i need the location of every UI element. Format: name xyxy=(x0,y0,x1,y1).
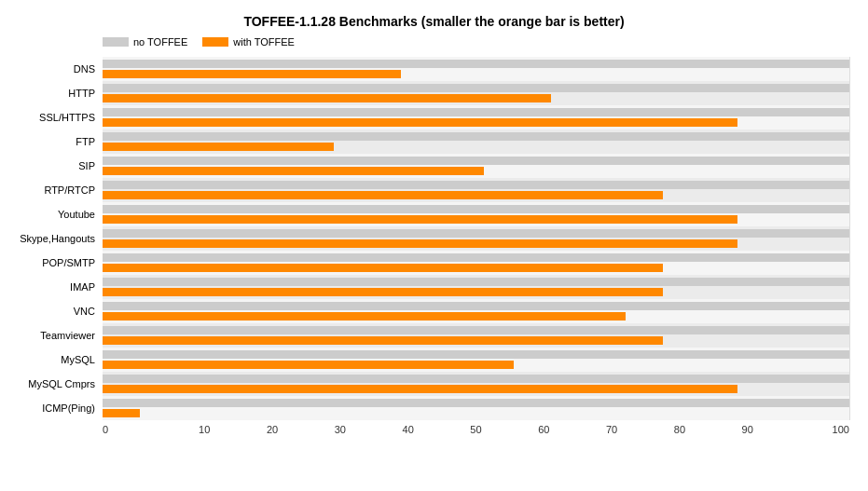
bar-no-toffee xyxy=(103,132,849,141)
bar-no-toffee xyxy=(103,375,849,383)
bar-no-toffee xyxy=(103,181,849,189)
y-label: HTTP xyxy=(19,81,103,105)
bar-no-toffee xyxy=(103,84,849,92)
x-axis-label: 60 xyxy=(510,424,578,435)
y-label: POP/SMTP xyxy=(19,251,103,275)
bar-no-toffee xyxy=(103,253,849,262)
bar-group xyxy=(103,348,849,372)
bar-group xyxy=(103,154,849,178)
bar-no-toffee xyxy=(103,157,849,165)
bar-with-toffee xyxy=(103,239,737,248)
bar-no-toffee xyxy=(103,350,849,359)
bar-with-toffee xyxy=(103,288,663,296)
bar-no-toffee xyxy=(103,278,849,286)
x-axis-label: 70 xyxy=(578,424,646,435)
y-label: MySQL xyxy=(19,348,103,372)
chart-title: TOFFEE-1.1.28 Benchmarks (smaller the or… xyxy=(19,14,849,29)
x-axis: 0102030405060708090100 xyxy=(19,424,849,435)
bar-with-toffee xyxy=(103,94,551,102)
bar-no-toffee xyxy=(103,399,849,407)
y-label: Youtube xyxy=(19,202,103,226)
y-label: RTP/RTCP xyxy=(19,178,103,202)
bar-with-toffee xyxy=(103,336,663,345)
x-axis-label: 80 xyxy=(646,424,714,435)
bar-group xyxy=(103,396,849,420)
bar-with-toffee xyxy=(103,409,140,417)
y-label: DNS xyxy=(19,57,103,81)
y-label: Teamviewer xyxy=(19,323,103,348)
y-label: Skype,Hangouts xyxy=(19,226,103,251)
legend-color-with-toffee xyxy=(202,37,228,47)
bar-group xyxy=(103,251,849,275)
x-axis-label: 50 xyxy=(442,424,510,435)
bar-no-toffee xyxy=(103,60,849,68)
legend: no TOFFEE with TOFFEE xyxy=(19,36,849,48)
bar-group xyxy=(103,57,849,81)
bar-no-toffee xyxy=(103,205,849,213)
x-axis-label: 90 xyxy=(713,424,781,435)
bar-group xyxy=(103,299,849,323)
bar-with-toffee xyxy=(103,215,737,224)
bar-with-toffee xyxy=(103,118,737,127)
y-label: IMAP xyxy=(19,275,103,299)
bar-with-toffee xyxy=(103,361,514,369)
bar-with-toffee xyxy=(103,312,626,321)
bar-no-toffee xyxy=(103,108,849,116)
x-axis-label: 20 xyxy=(239,424,307,435)
bar-group xyxy=(103,372,849,396)
bar-no-toffee xyxy=(103,229,849,238)
y-label: ICMP(Ping) xyxy=(19,396,103,420)
bars-area xyxy=(103,57,849,420)
x-axis-label: 40 xyxy=(374,424,442,435)
bar-with-toffee xyxy=(103,70,401,78)
y-label: SSL/HTTPS xyxy=(19,105,103,130)
legend-color-no-toffee xyxy=(103,37,129,47)
bar-with-toffee xyxy=(103,264,663,272)
chart-area: DNSHTTPSSL/HTTPSFTPSIPRTP/RTCPYoutubeSky… xyxy=(19,57,849,420)
bar-no-toffee xyxy=(103,326,849,334)
bar-with-toffee xyxy=(103,191,663,199)
bar-with-toffee xyxy=(103,143,334,151)
y-label: SIP xyxy=(19,154,103,178)
y-label: MySQL Cmprs xyxy=(19,372,103,396)
y-label: FTP xyxy=(19,130,103,154)
legend-label-no-toffee: no TOFFEE xyxy=(133,36,187,48)
bar-group xyxy=(103,178,849,202)
bar-group xyxy=(103,81,849,105)
y-label: VNC xyxy=(19,299,103,323)
x-axis-label: 0 xyxy=(103,424,171,435)
bar-group xyxy=(103,323,849,348)
bar-with-toffee xyxy=(103,167,484,175)
bar-group xyxy=(103,275,849,299)
bar-group xyxy=(103,226,849,251)
x-axis-label: 30 xyxy=(306,424,374,435)
bar-group xyxy=(103,105,849,130)
bar-group xyxy=(103,130,849,154)
x-axis-label: 10 xyxy=(171,424,239,435)
x-axis-label: 100 xyxy=(781,424,849,435)
legend-no-toffee: no TOFFEE xyxy=(103,36,187,48)
bar-group xyxy=(103,202,849,226)
chart-container: TOFFEE-1.1.28 Benchmarks (smaller the or… xyxy=(0,0,868,491)
bar-no-toffee xyxy=(103,302,849,310)
legend-with-toffee: with TOFFEE xyxy=(202,36,295,48)
bar-with-toffee xyxy=(103,385,737,393)
y-labels: DNSHTTPSSL/HTTPSFTPSIPRTP/RTCPYoutubeSky… xyxy=(19,57,103,420)
legend-label-with-toffee: with TOFFEE xyxy=(233,36,295,48)
